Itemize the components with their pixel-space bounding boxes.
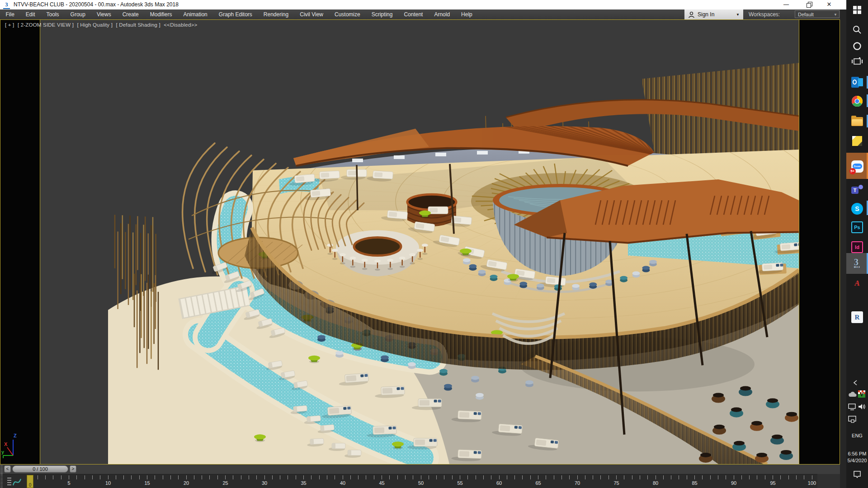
menu-item-civil-view[interactable]: Civil View: [294, 9, 329, 19]
sign-in-button[interactable]: Sign In ▼: [684, 9, 743, 19]
viewport[interactable]: [ + ] [ 2-ZOOM SIDE VIEW ] [ High Qualit…: [0, 19, 840, 465]
viewport-general-menu[interactable]: [ + ]: [5, 22, 14, 28]
menu-item-arnold[interactable]: Arnold: [429, 9, 456, 19]
3ds-max-icon: 3MAX: [854, 258, 860, 268]
menu-item-file[interactable]: File: [0, 9, 20, 19]
photoshop-icon: Ps: [851, 221, 863, 233]
mini-curve-editor-icon[interactable]: [5, 475, 26, 488]
menu-item-create[interactable]: Create: [117, 9, 144, 19]
track-bar: < 0 / 100 >: [0, 465, 840, 474]
tray-expand-chevron[interactable]: [853, 380, 858, 386]
viewport-label: [ + ] [ 2-ZOOM SIDE VIEW ] [ High Qualit…: [5, 22, 199, 28]
title-bar: 3 NTVV-BEACH CLUB - 20200504 - 00.max - …: [0, 0, 846, 9]
search-icon: [852, 25, 862, 35]
menu-item-tools[interactable]: Tools: [41, 9, 65, 19]
frame-counter-slider[interactable]: 0 / 100: [12, 465, 68, 473]
next-frame-button[interactable]: >: [70, 465, 76, 473]
notification-icon: [853, 470, 862, 479]
menu-item-views[interactable]: Views: [91, 9, 117, 19]
autocad-button[interactable]: A: [850, 276, 864, 291]
svg-text:Z: Z: [14, 433, 17, 438]
workspaces-label: Workspaces:: [749, 9, 780, 19]
sticky-notes-button[interactable]: [850, 134, 864, 148]
menu-item-scripting[interactable]: Scripting: [366, 9, 398, 19]
windows-start-button[interactable]: [850, 3, 864, 17]
volume-tray-icon[interactable]: [858, 403, 866, 410]
revit-icon: R: [851, 311, 863, 323]
timeline-grip[interactable]: [0, 474, 3, 488]
file-explorer-button[interactable]: [850, 114, 864, 129]
teams-icon: T: [851, 184, 863, 195]
clock-date[interactable]: 5/4/2020: [846, 458, 868, 463]
menu-item-group[interactable]: Group: [65, 9, 91, 19]
onedrive-tray-icon[interactable]: [848, 391, 857, 398]
user-icon: [688, 11, 695, 18]
3ds-max-button[interactable]: 3MAX: [850, 256, 864, 271]
teams-button[interactable]: T: [850, 183, 864, 197]
chevron-left-icon: [853, 380, 858, 386]
timeline-row: 5101520253035404550556065707580859095100…: [0, 474, 840, 488]
action-center-button[interactable]: [853, 470, 862, 479]
menu-item-edit[interactable]: Edit: [20, 9, 41, 19]
svg-text:X: X: [4, 441, 8, 447]
menu-item-rendering[interactable]: Rendering: [258, 9, 294, 19]
indesign-button[interactable]: Id: [850, 240, 864, 254]
viewport-pov-menu[interactable]: [ 2-ZOOM SIDE VIEW ]: [18, 22, 74, 28]
vray-license-tray-icon[interactable]: V: [858, 390, 865, 398]
clock-time[interactable]: 6:56 PM: [846, 451, 868, 456]
viewport-quality-menu[interactable]: [ High Quality ]: [77, 22, 113, 28]
task-view-button[interactable]: [850, 54, 864, 69]
beach-club-render: [40, 20, 799, 464]
photoshop-button[interactable]: Ps: [850, 220, 864, 235]
chevron-down-icon: ▼: [834, 11, 837, 19]
skype-icon: S: [851, 203, 863, 215]
desktop: 3 NTVV-BEACH CLUB - 20200504 - 00.max - …: [0, 0, 868, 488]
svg-text:y: y: [1, 449, 5, 455]
autocad-icon: A: [854, 279, 859, 288]
monitor-icon: [848, 403, 856, 410]
checkered-v-icon: V: [858, 390, 865, 398]
trackbar-grip[interactable]: [0, 465, 3, 474]
chevron-down-icon: ▼: [736, 13, 740, 17]
projector-display-icon: [848, 416, 857, 423]
close-button[interactable]: ✕: [823, 0, 835, 9]
menu-item-content[interactable]: Content: [398, 9, 429, 19]
svg-text:V: V: [860, 391, 863, 398]
windows-logo-icon: [853, 6, 861, 14]
outlook-button[interactable]: [850, 75, 864, 89]
menu-item-animation[interactable]: Animation: [178, 9, 213, 19]
render-canvas[interactable]: [40, 20, 799, 464]
restore-button[interactable]: [802, 0, 814, 9]
previous-frame-button[interactable]: <: [4, 465, 11, 473]
menu-item-customize[interactable]: Customize: [329, 9, 366, 19]
outlook-icon: [851, 77, 863, 88]
chrome-icon: [851, 95, 863, 107]
3ds-max-app-icon: 3: [3, 1, 10, 9]
current-frame-marker[interactable]: 0: [27, 475, 33, 488]
network-display-tray-icon[interactable]: [848, 416, 857, 423]
file-explorer-icon: [851, 117, 863, 126]
menu-item-help[interactable]: Help: [456, 9, 478, 19]
language-indicator[interactable]: ENG: [846, 433, 868, 438]
timeline-ruler[interactable]: 5101520253035404550556065707580859095100…: [0, 474, 817, 488]
chrome-button[interactable]: [850, 94, 864, 108]
menu-item-graph-editors[interactable]: Graph Editors: [213, 9, 258, 19]
window-title: NTVV-BEACH CLUB - 20200504 - 00.max - Au…: [14, 1, 179, 8]
cortana-button[interactable]: [850, 39, 864, 53]
task-view-icon: [852, 56, 863, 66]
cloud-icon: [848, 391, 857, 398]
revit-button[interactable]: R: [850, 310, 864, 324]
skype-button[interactable]: S: [850, 202, 864, 216]
world-axis-gizmo: Z X y: [1, 432, 40, 464]
workspaces-dropdown[interactable]: Default ▼: [795, 10, 840, 18]
viewport-shading-menu[interactable]: [ Default Shading ]: [116, 22, 160, 28]
minimize-button[interactable]: —: [780, 0, 793, 9]
sign-in-label: Sign In: [698, 11, 714, 18]
windows-taskbar: Zoom 5+ T S Ps Id 3MAX A R: [846, 0, 868, 488]
zoom-button[interactable]: Zoom 5+: [850, 159, 864, 174]
taskbar-search-button[interactable]: [850, 23, 864, 37]
menu-item-modifiers[interactable]: Modifiers: [144, 9, 178, 19]
display-tray-icon[interactable]: [848, 403, 856, 410]
cortana-icon: [852, 41, 862, 51]
viewport-status: <<Disabled>>: [164, 22, 197, 28]
